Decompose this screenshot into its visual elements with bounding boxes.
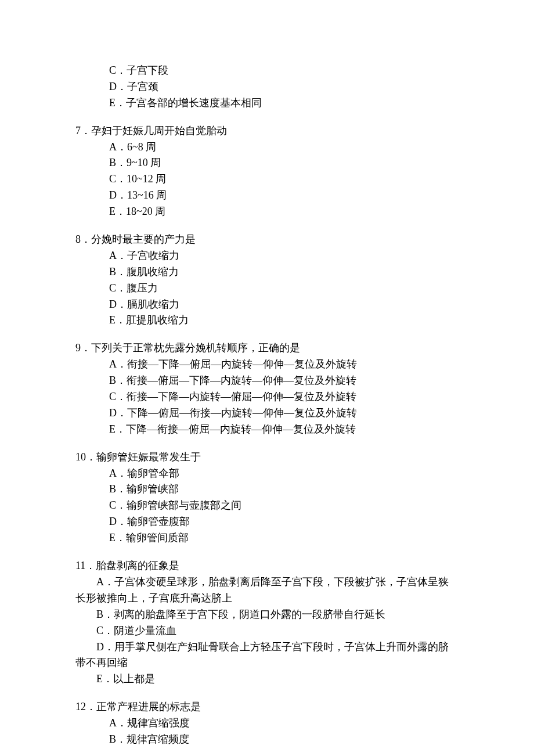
question-options: A．输卵管伞部 B．输卵管峡部 C．输卵管峡部与壶腹部之间 D．输卵管壶腹部 E… — [109, 466, 459, 546]
document-page: C．子宫下段 D．子宫颈 E．子宫各部的增长速度基本相同 7．孕妇于妊娠几周开始… — [0, 0, 534, 756]
question-options: A．6~8 周 B．9~10 周 C．10~12 周 D．13~16 周 E．1… — [109, 139, 459, 220]
question-stem: 9．下列关于正常枕先露分娩机转顺序，正确的是 — [75, 340, 459, 357]
option-b: B．9~10 周 — [109, 155, 459, 171]
question-stem: 7．孕妇于妊娠几周开始自觉胎动 — [75, 123, 459, 139]
option-b: B．规律宫缩频度 — [109, 732, 459, 748]
question-stem: 10．输卵管妊娠最常发生于 — [75, 449, 459, 466]
option-a: A．6~8 周 — [109, 139, 459, 156]
question-7: 7．孕妇于妊娠几周开始自觉胎动 A．6~8 周 B．9~10 周 C．10~12… — [75, 123, 459, 220]
option-e: E．以上都是 — [75, 671, 459, 687]
option-d: D．用手掌尺侧在产妇耻骨联合上方轻压子宫下段时，子宫体上升而外露的脐带不再回缩 — [75, 639, 459, 672]
option-d: D．膈肌收缩力 — [109, 297, 459, 313]
option-e: E．18~20 周 — [109, 204, 459, 220]
option-d: D．下降—俯屈—衔接—内旋转—仰伸—复位及外旋转 — [109, 405, 459, 422]
option-c: C．衔接—下降—内旋转—俯屈—仰伸—复位及外旋转 — [109, 389, 459, 405]
option-c: C．10~12 周 — [109, 171, 459, 188]
option-e: E．子宫各部的增长速度基本相同 — [109, 95, 459, 111]
question-options: A．子宫收缩力 B．腹肌收缩力 C．腹压力 D．膈肌收缩力 E．肛提肌收缩力 — [109, 248, 459, 329]
question-stem: 12．正常产程进展的标志是 — [75, 699, 459, 715]
question-10: 10．输卵管妊娠最常发生于 A．输卵管伞部 B．输卵管峡部 C．输卵管峡部与壶腹… — [75, 449, 459, 546]
option-e: E．输卵管间质部 — [109, 530, 459, 546]
orphan-options-q6: C．子宫下段 D．子宫颈 E．子宫各部的增长速度基本相同 — [109, 63, 459, 111]
option-a: A．衔接—下降—俯屈—内旋转—仰伸—复位及外旋转 — [109, 357, 459, 373]
question-options: A．衔接—下降—俯屈—内旋转—仰伸—复位及外旋转 B．衔接—俯屈—下降—内旋转—… — [109, 357, 459, 437]
option-b: B．剥离的胎盘降至于宫下段，阴道口外露的一段脐带自行延长 — [75, 607, 459, 623]
option-e: E．下降—衔接—俯屈—内旋转—仰伸—复位及外旋转 — [109, 422, 459, 438]
option-c: C．子宫下段 — [109, 63, 459, 79]
question-12: 12．正常产程进展的标志是 A．规律宫缩强度 B．规律宫缩频度 — [75, 699, 459, 748]
question-9: 9．下列关于正常枕先露分娩机转顺序，正确的是 A．衔接—下降—俯屈—内旋转—仰伸… — [75, 340, 459, 437]
option-d: D．13~16 周 — [109, 188, 459, 204]
option-d: D．输卵管壶腹部 — [109, 514, 459, 530]
option-e: E．肛提肌收缩力 — [109, 312, 459, 329]
option-c: C．阴道少量流血 — [75, 623, 459, 639]
option-c: C．输卵管峡部与壶腹部之间 — [109, 498, 459, 514]
question-11: 11．胎盘剥离的征象是 A．子宫体变硬呈球形，胎盘剥离后降至子宫下段，下段被扩张… — [75, 558, 459, 687]
question-options: A．子宫体变硬呈球形，胎盘剥离后降至子宫下段，下段被扩张，子宫体呈狭长形被推向上… — [75, 574, 459, 687]
option-d: D．子宫颈 — [109, 79, 459, 95]
option-b: B．衔接—俯屈—下降—内旋转—仰伸—复位及外旋转 — [109, 373, 459, 389]
option-b: B．腹肌收缩力 — [109, 264, 459, 280]
question-options: A．规律宫缩强度 B．规律宫缩频度 — [109, 715, 459, 748]
question-8: 8．分娩时最主要的产力是 A．子宫收缩力 B．腹肌收缩力 C．腹压力 D．膈肌收… — [75, 232, 459, 329]
option-c: C．腹压力 — [109, 280, 459, 297]
option-a: A．子宫收缩力 — [109, 248, 459, 264]
question-stem: 8．分娩时最主要的产力是 — [75, 232, 459, 248]
question-stem: 11．胎盘剥离的征象是 — [75, 558, 459, 574]
option-a: A．输卵管伞部 — [109, 466, 459, 482]
option-a: A．子宫体变硬呈球形，胎盘剥离后降至子宫下段，下段被扩张，子宫体呈狭长形被推向上… — [75, 574, 459, 607]
option-b: B．输卵管峡部 — [109, 481, 459, 498]
option-a: A．规律宫缩强度 — [109, 715, 459, 732]
